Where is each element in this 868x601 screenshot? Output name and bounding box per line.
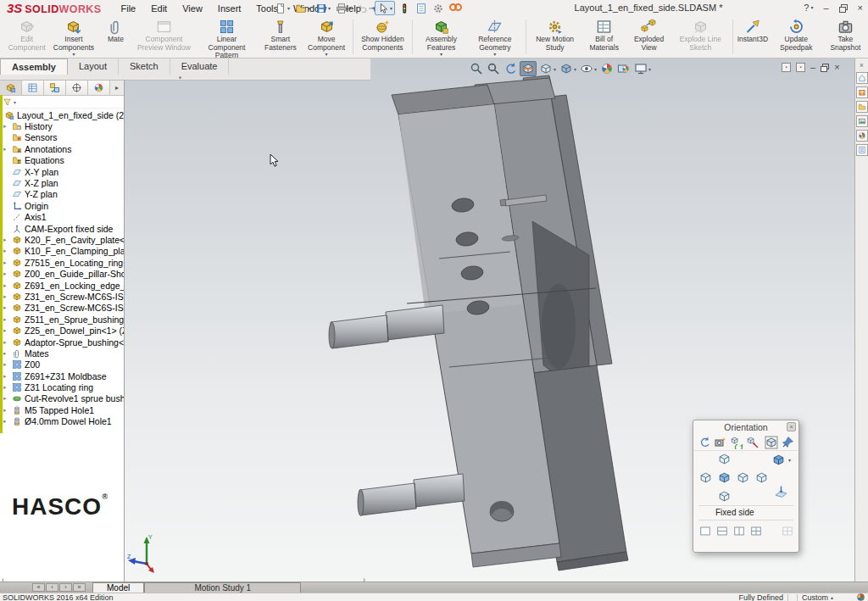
expand-arrow-icon[interactable]: ▸ xyxy=(3,304,12,311)
tree-item-z31-en-screw-mc6s-iso-4762-1-2[interactable]: ▸Z31_en_Screw-MC6S-ISO_4762<1> (2 xyxy=(0,291,124,302)
expand-arrow-icon[interactable]: ▸ xyxy=(3,373,12,380)
close-button[interactable]: × xyxy=(858,0,863,16)
tree-item-z691-z31-moldbase[interactable]: ▸Z691+Z31 Moldbase xyxy=(0,370,124,381)
tree-item-annotations[interactable]: ▸AAnnotations xyxy=(0,143,124,154)
home-tab[interactable] xyxy=(856,72,868,84)
tree-item-m5-tapped-hole1[interactable]: ▸M5 Tapped Hole1 xyxy=(0,404,124,415)
chevron-down-icon[interactable]: ▾ xyxy=(390,5,392,11)
cc-rings-icon[interactable] xyxy=(449,3,462,11)
file-explorer-tab[interactable] xyxy=(856,101,868,113)
tab-scroll-left-icon[interactable]: ‹ xyxy=(2,576,4,584)
status-sphere-icon[interactable] xyxy=(857,593,865,601)
tree-item-equations[interactable]: ΣEquations xyxy=(0,155,124,166)
insert-components-button[interactable]: Insert Components▾ xyxy=(48,16,98,58)
chevron-down-icon[interactable]: ▾ xyxy=(348,5,351,11)
apply-scene-button[interactable] xyxy=(616,61,632,76)
tree-item-origin[interactable]: Origin xyxy=(0,200,124,211)
pane-four-button[interactable] xyxy=(749,526,763,537)
tree-item-layout-1-en-fixed-side-218x246x36x22x5[interactable]: Layout_1_en_fixed_side (218x246x36x22x5 xyxy=(0,109,124,120)
expand-arrow-icon[interactable]: ▸ xyxy=(3,316,12,323)
tree-item-k10-f-en-clamping-plate-1-k10-2[interactable]: ▸K10_F_en_Clamping_plate<1> (K10-2 xyxy=(0,246,124,257)
pane-two-vertical-button[interactable] xyxy=(732,526,746,537)
restore-button[interactable] xyxy=(839,4,848,13)
expand-arrow-icon[interactable]: ▸ xyxy=(3,327,12,334)
expand-arrow-icon[interactable]: ▸ xyxy=(3,395,12,402)
tree-item-y-z-plan[interactable]: Y-Z plan xyxy=(0,189,124,200)
tree-item-z00-en-guide-pillar-shouldered-1[interactable]: ▸Z00_en_Guide_pillar-Shouldered<1> xyxy=(0,268,124,279)
expand-arrow-icon[interactable]: ▸ xyxy=(3,384,12,391)
exploded-view-button[interactable]: Exploded View xyxy=(626,16,670,58)
saved-view-fixed-side[interactable]: Fixed side xyxy=(693,507,798,519)
chevron-down-icon[interactable]: ▾ xyxy=(328,5,331,11)
zoom-fit-button[interactable] xyxy=(469,61,484,76)
dimxpertmanager-tab[interactable] xyxy=(66,81,88,95)
move-component-button[interactable]: Move Component▾ xyxy=(303,16,350,58)
panel-tabs-expand-icon[interactable]: ▸ xyxy=(110,81,124,95)
instant3d-button[interactable]: Instant3D xyxy=(736,16,770,58)
expand-arrow-icon[interactable]: ▸ xyxy=(3,146,12,153)
tree-item-history[interactable]: ▸History xyxy=(0,120,124,131)
doc-minimize-button[interactable]: – xyxy=(810,63,815,72)
expand-arrow-icon[interactable]: ▸ xyxy=(3,407,12,414)
panel-splitter-handle[interactable] xyxy=(179,76,181,79)
chevron-down-icon[interactable]: ▾ xyxy=(493,52,496,57)
section-view-button[interactable] xyxy=(520,61,537,76)
bill-of-materials-button[interactable]: Bill of Materials xyxy=(581,16,627,58)
menu-file[interactable]: File xyxy=(113,3,143,14)
edit-appearance-button[interactable] xyxy=(599,61,615,76)
chevron-down-icon[interactable]: ▾ xyxy=(440,52,442,57)
status-display-mode[interactable]: Custom xyxy=(802,593,828,601)
assembly-features-button[interactable]: Assembly Features▾ xyxy=(415,16,467,58)
front-view-button[interactable] xyxy=(717,470,732,485)
tree-item-z31-en-screw-mc6s-iso-4762-6-2[interactable]: ▸Z31_en_Screw-MC6S-ISO_4762<6> (2 xyxy=(0,303,124,314)
next-tab-button[interactable]: › xyxy=(59,583,72,592)
tab-layout[interactable]: Layout xyxy=(68,58,119,75)
right-view-button[interactable] xyxy=(736,470,750,485)
expand-arrow-icon[interactable]: ▸ xyxy=(3,270,12,277)
pane-single-button[interactable] xyxy=(698,526,712,537)
previous-view-button[interactable] xyxy=(503,61,518,76)
expand-arrow-icon[interactable]: ▸ xyxy=(3,350,12,357)
task-pane-close-icon[interactable]: × xyxy=(855,61,868,70)
zoom-area-button[interactable] xyxy=(486,61,501,76)
new-document-button[interactable]: ▾ xyxy=(273,1,292,15)
previous-window-button[interactable]: ▪ xyxy=(782,63,791,72)
undo-button[interactable]: ▾ xyxy=(354,1,373,15)
view-settings-button[interactable]: ▾ xyxy=(633,61,652,76)
tab-sketch[interactable]: Sketch xyxy=(119,58,170,75)
take-snapshot-button[interactable]: Take Snapshot xyxy=(823,16,868,58)
configurationmanager-tab[interactable] xyxy=(44,81,66,95)
filter-funnel-icon[interactable] xyxy=(3,97,12,107)
expand-arrow-icon[interactable]: ▸ xyxy=(3,123,12,130)
orientation-close-button[interactable]: × xyxy=(787,422,796,431)
update-speedpak-button[interactable]: Update Speedpak xyxy=(770,16,823,58)
expand-arrow-icon[interactable]: ▸ xyxy=(3,248,12,254)
tree-item-z691-en-locking-edge-washer-1-2[interactable]: ▸Z691_en_Locking_edge_washer<1> (2 xyxy=(0,280,124,291)
expand-arrow-icon[interactable]: ▸ xyxy=(3,418,12,425)
tree-item-z511-en-sprue-bushing-1-1-z511[interactable]: ▸Z511_en_Sprue_bushing-1"<1> (Z511 xyxy=(0,314,124,325)
tab-motion-study-1[interactable]: Motion Study 1 xyxy=(144,582,301,593)
bottom-view-button[interactable] xyxy=(717,489,732,504)
chevron-down-icon[interactable]: ▾ xyxy=(648,66,651,72)
chevron-down-icon[interactable]: ▾ xyxy=(369,5,371,11)
menu-view[interactable]: View xyxy=(175,3,210,14)
print-button[interactable]: ▾ xyxy=(334,1,353,15)
tree-item-z31-locating-ring[interactable]: ▸Z31 Locating ring xyxy=(0,381,124,392)
save-button[interactable]: ▾ xyxy=(314,1,332,15)
tree-item-4-0mm-dowel-hole1[interactable]: ▸Ø4.0mm Dowel Hole1 xyxy=(0,416,124,427)
expand-arrow-icon[interactable]: ▸ xyxy=(3,237,12,243)
chevron-down-icon[interactable]: ▾ xyxy=(287,5,290,11)
expand-arrow-icon[interactable]: ▸ xyxy=(3,259,12,266)
doc-close-button[interactable]: × xyxy=(834,63,839,72)
menu-edit[interactable]: Edit xyxy=(143,3,175,14)
show-hidden-components-button[interactable]: Show Hidden Components xyxy=(356,16,409,58)
tab-evaluate[interactable]: Evaluate xyxy=(170,58,230,75)
first-tab-button[interactable]: « xyxy=(32,583,45,592)
last-tab-button[interactable]: » xyxy=(73,583,86,592)
help-button[interactable]: ?▾ xyxy=(804,0,813,16)
expand-arrow-icon[interactable]: ▸ xyxy=(3,293,12,300)
prev-tab-button[interactable]: ‹ xyxy=(46,583,58,592)
doc-restore-button[interactable] xyxy=(821,64,829,72)
tree-item-cam-export-fixed-side[interactable]: CAM-Export fixed side xyxy=(0,223,124,234)
tree-item-z7515-en-locating-ring-1-z7515-1[interactable]: ▸Z7515_en_Locating_ring<1> (Z7515-1 xyxy=(0,257,124,268)
